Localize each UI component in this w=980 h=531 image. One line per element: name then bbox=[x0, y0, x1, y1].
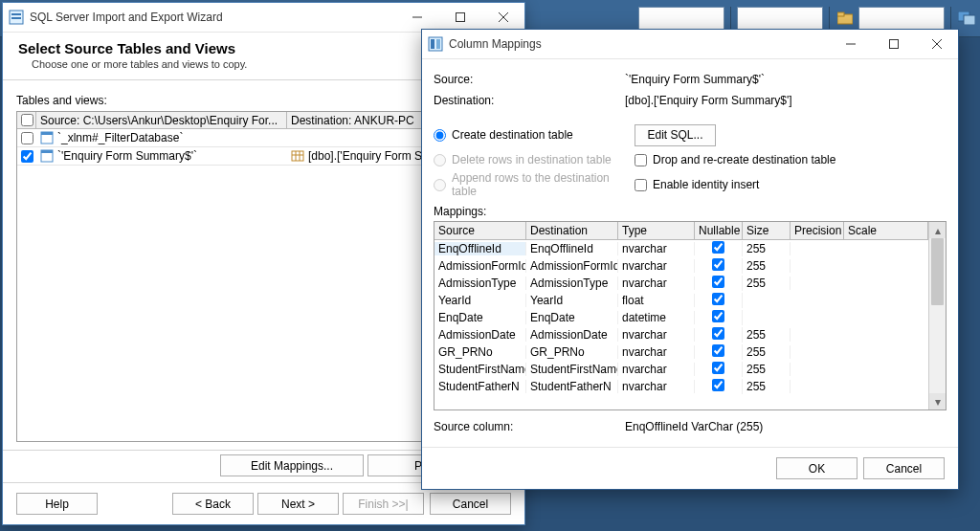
mapping-row[interactable]: EnqOfflineIdEnqOfflineIdnvarchar255 bbox=[434, 240, 928, 257]
nullable-checkbox[interactable] bbox=[712, 293, 724, 305]
svg-rect-23 bbox=[889, 40, 898, 49]
next-button[interactable]: Next > bbox=[257, 493, 339, 515]
cell-type[interactable]: float bbox=[618, 294, 695, 307]
cell-nullable[interactable] bbox=[695, 327, 743, 343]
dialog-close-button[interactable] bbox=[915, 30, 958, 58]
cell-destination[interactable]: StudentFirstName bbox=[526, 363, 618, 376]
mappings-grid[interactable]: Source Destination Type Nullable Size Pr… bbox=[434, 221, 947, 410]
select-all-checkbox[interactable] bbox=[21, 114, 33, 126]
nullable-checkbox[interactable] bbox=[712, 276, 724, 288]
cell-nullable[interactable] bbox=[695, 241, 743, 256]
cell-size[interactable]: 255 bbox=[743, 242, 791, 255]
cell-type[interactable]: nvarchar bbox=[618, 328, 695, 342]
help-button[interactable]: Help bbox=[16, 493, 98, 515]
nullable-checkbox[interactable] bbox=[712, 344, 724, 357]
ribbon-box-3[interactable] bbox=[858, 7, 945, 30]
nullable-checkbox[interactable] bbox=[712, 327, 724, 340]
nullable-checkbox[interactable] bbox=[712, 258, 724, 271]
ok-button[interactable]: OK bbox=[776, 457, 858, 479]
dialog-cancel-button[interactable]: Cancel bbox=[863, 457, 945, 479]
cell-type[interactable]: nvarchar bbox=[618, 242, 695, 255]
mappings-scrollbar[interactable]: ▴ ▾ bbox=[928, 222, 946, 409]
svg-rect-8 bbox=[456, 13, 464, 22]
dialog-titlebar[interactable]: Column Mappings bbox=[422, 30, 958, 59]
cell-nullable[interactable] bbox=[695, 310, 743, 325]
back-button[interactable]: < Back bbox=[172, 493, 254, 515]
col-source[interactable]: Source bbox=[434, 222, 526, 240]
cell-destination[interactable]: StudentFatherN bbox=[526, 380, 618, 393]
cell-destination[interactable]: AdmissionFormId bbox=[526, 259, 618, 273]
col-precision[interactable]: Precision bbox=[791, 222, 844, 240]
cancel-button[interactable]: Cancel bbox=[430, 493, 511, 515]
nullable-checkbox[interactable] bbox=[712, 362, 724, 374]
scroll-thumb[interactable] bbox=[931, 238, 944, 305]
cell-type[interactable]: nvarchar bbox=[618, 380, 695, 393]
drop-recreate-label: Drop and re-create destination table bbox=[653, 153, 835, 166]
cell-nullable[interactable] bbox=[695, 293, 743, 308]
nullable-checkbox[interactable] bbox=[712, 379, 724, 391]
mapping-row[interactable]: GR_PRNoGR_PRNonvarchar255 bbox=[434, 343, 928, 361]
nullable-checkbox[interactable] bbox=[712, 310, 724, 322]
mapping-row[interactable]: AdmissionTypeAdmissionTypenvarchar255 bbox=[434, 275, 928, 292]
close-button[interactable] bbox=[481, 3, 524, 32]
append-rows-radio bbox=[434, 179, 446, 191]
cell-destination[interactable]: YearId bbox=[526, 294, 618, 307]
col-size[interactable]: Size bbox=[743, 222, 791, 240]
cell-size[interactable]: 255 bbox=[743, 259, 791, 273]
cell-size[interactable]: 255 bbox=[743, 380, 791, 393]
table-icon bbox=[291, 149, 304, 163]
cell-size[interactable]: 255 bbox=[743, 363, 791, 376]
nullable-checkbox[interactable] bbox=[712, 241, 724, 254]
cell-type[interactable]: nvarchar bbox=[618, 363, 695, 376]
cell-type[interactable]: datetime bbox=[618, 311, 695, 324]
cell-destination[interactable]: AdmissionType bbox=[526, 277, 618, 290]
dialog-maximize-button[interactable] bbox=[872, 30, 915, 58]
cell-type[interactable]: nvarchar bbox=[618, 345, 695, 359]
mapping-row[interactable]: AdmissionFormIdAdmissionFormIdnvarchar25… bbox=[434, 257, 928, 275]
edit-sql-button[interactable]: Edit SQL... bbox=[635, 124, 716, 146]
col-scale[interactable]: Scale bbox=[844, 222, 928, 240]
cell-type[interactable]: nvarchar bbox=[618, 259, 695, 273]
cell-size[interactable]: 255 bbox=[743, 277, 791, 290]
cell-nullable[interactable] bbox=[695, 362, 743, 377]
scroll-up-arrow[interactable]: ▴ bbox=[929, 222, 946, 238]
maximize-button[interactable] bbox=[438, 3, 481, 32]
cell-size[interactable]: 255 bbox=[743, 345, 791, 359]
ribbon-box-1[interactable] bbox=[638, 7, 724, 30]
ribbon-box-2[interactable] bbox=[737, 7, 823, 30]
mapping-row[interactable]: YearIdYearIdfloat bbox=[434, 292, 928, 309]
cell-destination[interactable]: EnqOfflineId bbox=[526, 242, 618, 255]
cell-nullable[interactable] bbox=[695, 344, 743, 360]
col-source[interactable]: Source: C:\Users\Ankur\Desktop\Enquiry F… bbox=[36, 112, 287, 129]
scroll-down-arrow[interactable]: ▾ bbox=[929, 393, 946, 409]
cell-type[interactable]: nvarchar bbox=[618, 277, 695, 290]
cell-destination[interactable]: AdmissionDate bbox=[526, 328, 618, 342]
mapping-row[interactable]: EnqDateEnqDatedatetime bbox=[434, 309, 928, 326]
mapping-row[interactable]: StudentFatherNStudentFatherNnvarchar255 bbox=[434, 378, 928, 395]
finish-button[interactable]: Finish >>| bbox=[343, 493, 424, 515]
mapping-row[interactable]: AdmissionDateAdmissionDatenvarchar255 bbox=[434, 326, 928, 343]
col-type[interactable]: Type bbox=[618, 222, 695, 240]
mapping-row[interactable]: StudentFirstNameStudentFirstNamenvarchar… bbox=[434, 361, 928, 378]
edit-mappings-button[interactable]: Edit Mappings... bbox=[220, 454, 364, 476]
cell-destination[interactable]: EnqDate bbox=[526, 311, 618, 324]
cell-nullable[interactable] bbox=[695, 379, 743, 394]
drop-recreate-checkbox[interactable] bbox=[635, 154, 647, 166]
svg-rect-1 bbox=[837, 12, 844, 16]
mappings-label: Mappings: bbox=[434, 205, 947, 218]
col-destination[interactable]: Destination bbox=[526, 222, 618, 240]
cell-size[interactable]: 255 bbox=[743, 328, 791, 342]
minimize-button[interactable] bbox=[395, 3, 438, 32]
col-check[interactable] bbox=[17, 112, 36, 129]
window-switch-icon[interactable] bbox=[957, 9, 976, 28]
cell-nullable[interactable] bbox=[695, 258, 743, 274]
folder-icon[interactable] bbox=[835, 9, 855, 28]
create-table-radio[interactable] bbox=[434, 129, 446, 142]
cell-destination[interactable]: GR_PRNo bbox=[526, 345, 618, 359]
dialog-minimize-button[interactable] bbox=[829, 30, 872, 58]
row-checkbox[interactable] bbox=[21, 150, 33, 163]
cell-nullable[interactable] bbox=[695, 276, 743, 291]
col-nullable[interactable]: Nullable bbox=[695, 222, 743, 240]
row-checkbox[interactable] bbox=[21, 132, 33, 144]
identity-insert-checkbox[interactable] bbox=[635, 179, 647, 191]
